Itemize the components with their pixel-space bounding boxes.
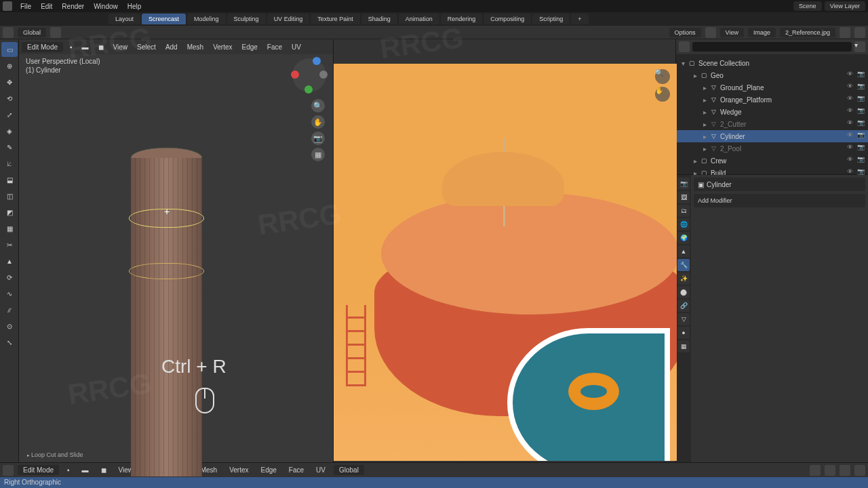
tree-item-cylinder[interactable]: ▸▽Cylinder👁📷	[676, 130, 868, 142]
edge-slide-tool[interactable]: ⫽	[1, 302, 18, 317]
render-icon[interactable]: 📷	[856, 83, 865, 92]
transform-orientation[interactable]: Global	[18, 28, 46, 37]
annotate-tool[interactable]: ✎	[1, 140, 18, 155]
tree-item-crew[interactable]: ▸▢Crew👁📷	[676, 155, 868, 167]
tree-item-wedge[interactable]: ▸▽Wedge👁📷	[676, 106, 868, 118]
sel-mode-v2[interactable]: ▪	[63, 465, 74, 475]
prop-tab-texture[interactable]: ▦	[677, 340, 690, 352]
render-icon[interactable]: 📷	[856, 119, 865, 129]
cursor-tool[interactable]: ⊕	[1, 58, 18, 73]
select-mode-vertex[interactable]: ▪	[67, 42, 75, 52]
outliner-filter-icon[interactable]: ▾	[854, 41, 865, 52]
vp2-menu-face[interactable]: Face	[285, 465, 308, 475]
visibility-icon[interactable]: 👁	[845, 119, 854, 129]
vp-menu-add[interactable]: Add	[163, 42, 180, 52]
sel-mode-f2[interactable]: ◼	[97, 465, 111, 475]
properties-context[interactable]: ▣ Cylinder	[694, 178, 865, 191]
axis-neg-icon[interactable]	[319, 70, 328, 79]
render-icon[interactable]: 📷	[856, 131, 865, 141]
vp-menu-view[interactable]: View	[111, 42, 131, 52]
image-browse-icon[interactable]	[840, 27, 850, 38]
snap-icon[interactable]	[50, 27, 61, 38]
axis-z-icon[interactable]	[313, 57, 321, 65]
vp-menu-select[interactable]: Select	[134, 42, 159, 52]
shading-rendered-icon[interactable]	[854, 465, 865, 476]
menu-help[interactable]: Help	[123, 1, 146, 12]
prop-tab-physics[interactable]: ⬤	[677, 286, 690, 298]
mode-selector[interactable]: Edit Mode	[22, 42, 63, 52]
tab-texture-paint[interactable]: Texture Paint	[311, 14, 360, 24]
camera-icon[interactable]: 📷	[311, 131, 325, 145]
prop-tab-viewlayer[interactable]: 🗂	[677, 205, 690, 217]
visibility-icon[interactable]: 👁	[845, 156, 854, 165]
vp2-menu-vertex[interactable]: Vertex	[225, 465, 252, 475]
mode-selector-2[interactable]: Edit Mode	[18, 465, 59, 475]
last-operator-panel[interactable]: Loop Cut and Slide	[27, 451, 83, 458]
outliner-search[interactable]	[692, 42, 852, 52]
navigation-gizmo[interactable]	[292, 58, 326, 92]
rip-tool[interactable]: ⤡	[1, 335, 18, 350]
axis-x-icon[interactable]	[291, 70, 299, 79]
prop-tab-material[interactable]: ●	[677, 327, 690, 339]
tab-modeling[interactable]: Modeling	[187, 14, 226, 24]
select-mode-face[interactable]: ◼	[96, 42, 106, 52]
vp2-menu-edge[interactable]: Edge	[256, 465, 280, 475]
prop-tab-constraint[interactable]: 🔗	[677, 300, 690, 312]
vp-menu-vertex[interactable]: Vertex	[210, 42, 235, 52]
image-pan-icon[interactable]: ✋	[655, 87, 670, 102]
menu-render[interactable]: Render	[58, 1, 88, 12]
select-mode-edge[interactable]: ▬	[79, 42, 92, 52]
bevel-tool[interactable]: ◩	[1, 205, 18, 220]
render-icon[interactable]: 📷	[856, 70, 865, 80]
view-layer-selector[interactable]: View Layer	[825, 1, 865, 11]
editor-type-icon[interactable]	[3, 465, 14, 476]
tab-rendering[interactable]: Rendering	[441, 14, 483, 24]
rotate-tool[interactable]: ⟲	[1, 91, 18, 106]
pan-icon[interactable]: ✋	[311, 115, 325, 129]
menu-edit[interactable]: Edit	[37, 1, 56, 12]
perspective-toggle-icon[interactable]: ▦	[311, 148, 325, 161]
image-zoom-icon[interactable]: 🔍	[655, 69, 670, 84]
prop-tab-modifier[interactable]: 🔧	[677, 259, 690, 271]
tab-screencast[interactable]: Screencast	[142, 14, 186, 24]
spin-tool[interactable]: ⟳	[1, 270, 18, 285]
visibility-icon[interactable]: 👁	[845, 95, 854, 104]
prop-tab-mesh[interactable]: ▽	[677, 313, 690, 325]
image-view-menu[interactable]: View	[720, 28, 744, 37]
editor-type-icon[interactable]	[705, 27, 716, 38]
vp2-menu-uv[interactable]: UV	[312, 465, 330, 475]
vp-menu-uv[interactable]: UV	[289, 42, 304, 52]
menu-file[interactable]: File	[16, 1, 35, 12]
measure-tool[interactable]: ⟀	[1, 156, 18, 171]
scene-selector[interactable]: Scene	[793, 1, 822, 11]
tab-compositing[interactable]: Compositing	[484, 14, 531, 24]
knife-tool[interactable]: ✂	[1, 237, 18, 252]
cursor-icon[interactable]	[3, 27, 14, 38]
loop-cut-tool[interactable]: ▦	[1, 221, 18, 236]
tree-item-orange_platform[interactable]: ▸▽Orange_Platform👁📷	[676, 94, 868, 106]
tab-scripting[interactable]: Scripting	[532, 14, 570, 24]
poly-build-tool[interactable]: ▲	[1, 253, 18, 268]
render-icon[interactable]: 📷	[856, 156, 865, 165]
visibility-icon[interactable]: 👁	[845, 107, 854, 117]
shading-material-icon[interactable]	[840, 465, 850, 476]
tab-shading[interactable]: Shading	[361, 14, 397, 24]
tree-item-2_cutter[interactable]: ▸▽2_Cutter👁📷	[676, 118, 868, 130]
prop-tab-scene[interactable]: 🌐	[677, 218, 690, 230]
prop-tab-world[interactable]: 🌍	[677, 232, 690, 244]
vp-menu-mesh[interactable]: Mesh	[184, 42, 206, 52]
viewport-3d[interactable]: Edit Mode ▪ ▬ ◼ View Select Add Mesh Ver…	[19, 39, 333, 462]
add-modifier-button[interactable]: Add Modifier	[694, 194, 865, 207]
render-icon[interactable]: 📷	[856, 107, 865, 117]
axis-y-icon[interactable]	[304, 85, 313, 94]
select-box-tool[interactable]: ▭	[1, 42, 18, 57]
tab-uv-editing[interactable]: UV Editing	[267, 14, 310, 24]
render-icon[interactable]: 📷	[856, 144, 865, 153]
smooth-tool[interactable]: ∿	[1, 286, 18, 301]
tab-animation[interactable]: Animation	[399, 14, 439, 24]
zoom-icon[interactable]: 🔍	[311, 99, 325, 113]
image-unlink-icon[interactable]	[854, 27, 865, 38]
prop-tab-particles[interactable]: ✨	[677, 272, 690, 285]
tab-sculpting[interactable]: Sculpting	[227, 14, 266, 24]
image-name-field[interactable]: 2_Reference.jpg	[780, 28, 835, 37]
